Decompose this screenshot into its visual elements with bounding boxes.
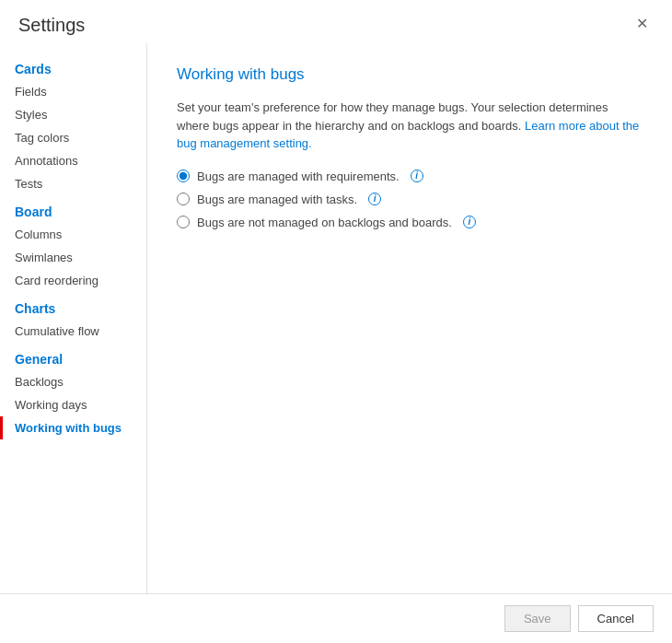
radio-tasks[interactable] bbox=[177, 193, 190, 205]
sidebar: Cards Fields Styles Tag colors Annotatio… bbox=[0, 43, 147, 593]
radio-item-requirements: Bugs are managed with requirements. i bbox=[177, 170, 643, 183]
radio-item-not-managed: Bugs are not managed on backlogs and boa… bbox=[177, 216, 643, 229]
sidebar-item-columns[interactable]: Columns bbox=[0, 223, 146, 246]
sidebar-item-annotations[interactable]: Annotations bbox=[0, 149, 146, 172]
section-title: Working with bugs bbox=[177, 65, 643, 84]
sidebar-section-general: General bbox=[0, 343, 146, 370]
sidebar-item-tag-colors[interactable]: Tag colors bbox=[0, 126, 146, 149]
radio-group: Bugs are managed with requirements. i Bu… bbox=[177, 170, 643, 229]
description: Set your team's preference for how they … bbox=[177, 99, 643, 153]
close-button[interactable]: ✕ bbox=[631, 15, 654, 33]
radio-tasks-label: Bugs are managed with tasks. bbox=[197, 193, 357, 206]
sidebar-section-board: Board bbox=[0, 195, 146, 223]
dialog-title: Settings bbox=[18, 15, 85, 36]
info-icon-tasks[interactable]: i bbox=[368, 193, 381, 205]
sidebar-section-cards: Cards bbox=[0, 53, 146, 80]
sidebar-item-swimlanes[interactable]: Swimlanes bbox=[0, 246, 146, 269]
sidebar-item-backlogs[interactable]: Backlogs bbox=[0, 370, 146, 393]
sidebar-item-working-days[interactable]: Working days bbox=[0, 393, 146, 416]
info-icon-requirements[interactable]: i bbox=[411, 170, 423, 182]
radio-not-managed-label: Bugs are not managed on backlogs and boa… bbox=[197, 216, 452, 229]
sidebar-item-card-reordering[interactable]: Card reordering bbox=[0, 269, 146, 292]
sidebar-item-tests[interactable]: Tests bbox=[0, 172, 146, 195]
dialog-header: Settings ✕ bbox=[0, 0, 672, 43]
sidebar-section-charts: Charts bbox=[0, 292, 146, 320]
sidebar-item-styles[interactable]: Styles bbox=[0, 103, 146, 126]
dialog-body: Cards Fields Styles Tag colors Annotatio… bbox=[0, 43, 672, 593]
dialog-footer: Save Cancel bbox=[0, 593, 672, 643]
radio-not-managed[interactable] bbox=[177, 216, 190, 228]
save-button[interactable]: Save bbox=[504, 605, 571, 632]
sidebar-item-cumulative-flow[interactable]: Cumulative flow bbox=[0, 320, 146, 343]
info-icon-not-managed[interactable]: i bbox=[463, 216, 476, 228]
settings-dialog: Settings ✕ Cards Fields Styles Tag color… bbox=[0, 0, 672, 643]
sidebar-item-working-with-bugs[interactable]: Working with bugs bbox=[0, 416, 146, 439]
radio-requirements[interactable] bbox=[177, 170, 190, 182]
radio-requirements-label: Bugs are managed with requirements. bbox=[197, 170, 400, 183]
sidebar-item-fields[interactable]: Fields bbox=[0, 80, 146, 103]
cancel-button[interactable]: Cancel bbox=[578, 605, 654, 632]
radio-item-tasks: Bugs are managed with tasks. i bbox=[177, 193, 643, 206]
main-content: Working with bugs Set your team's prefer… bbox=[147, 43, 672, 593]
